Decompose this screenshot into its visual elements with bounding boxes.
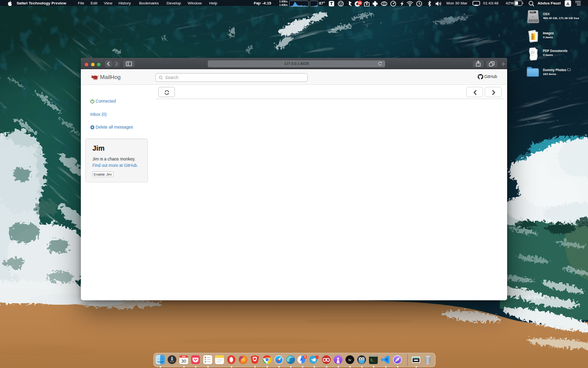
svg-text:tv: tv — [348, 358, 351, 362]
svg-text:A: A — [566, 1, 570, 6]
svg-text:10: 10 — [358, 1, 361, 4]
svg-text:$_: $_ — [370, 359, 374, 362]
svg-text:3: 3 — [304, 355, 306, 358]
svg-text:30: 30 — [181, 359, 186, 364]
svg-text:SUN: SUN — [182, 356, 186, 358]
